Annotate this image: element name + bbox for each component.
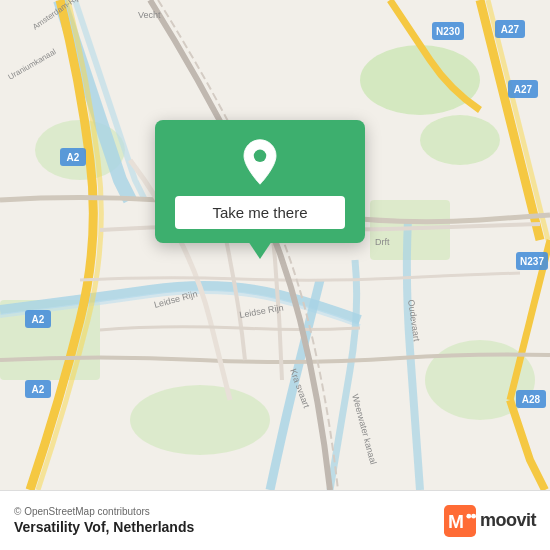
svg-text:A28: A28 (522, 394, 541, 405)
svg-text:Vecht: Vecht (138, 10, 161, 20)
bottom-bar: © OpenStreetMap contributors Versatility… (0, 490, 550, 550)
svg-text:A2: A2 (32, 314, 45, 325)
svg-point-1 (360, 45, 480, 115)
osm-credit: © OpenStreetMap contributors (14, 506, 194, 517)
svg-point-37 (471, 513, 476, 518)
svg-text:N230: N230 (436, 26, 460, 37)
bottom-left-section: © OpenStreetMap contributors Versatility… (14, 506, 194, 535)
svg-point-33 (254, 150, 266, 162)
svg-text:A2: A2 (67, 152, 80, 163)
location-card: Take me there (155, 120, 365, 243)
moovit-logo: M moovit (444, 505, 536, 537)
location-pin-icon (236, 138, 284, 186)
svg-point-2 (420, 115, 500, 165)
svg-text:A27: A27 (514, 84, 533, 95)
moovit-brand-icon: M (444, 505, 476, 537)
svg-text:M: M (448, 511, 464, 532)
svg-text:N237: N237 (520, 256, 544, 267)
svg-point-36 (466, 513, 471, 518)
map-background: A2 A2 A2 A27 A27 N230 N237 A28 Leidse Ri… (0, 0, 550, 490)
svg-text:A2: A2 (32, 384, 45, 395)
svg-text:Drft: Drft (375, 237, 390, 247)
take-me-there-button[interactable]: Take me there (175, 196, 345, 229)
map-svg: A2 A2 A2 A27 A27 N230 N237 A28 Leidse Ri… (0, 0, 550, 490)
map-container[interactable]: A2 A2 A2 A27 A27 N230 N237 A28 Leidse Ri… (0, 0, 550, 490)
location-name: Versatility Vof, Netherlands (14, 519, 194, 535)
svg-text:A27: A27 (501, 24, 520, 35)
svg-point-6 (130, 385, 270, 455)
moovit-text: moovit (480, 510, 536, 531)
